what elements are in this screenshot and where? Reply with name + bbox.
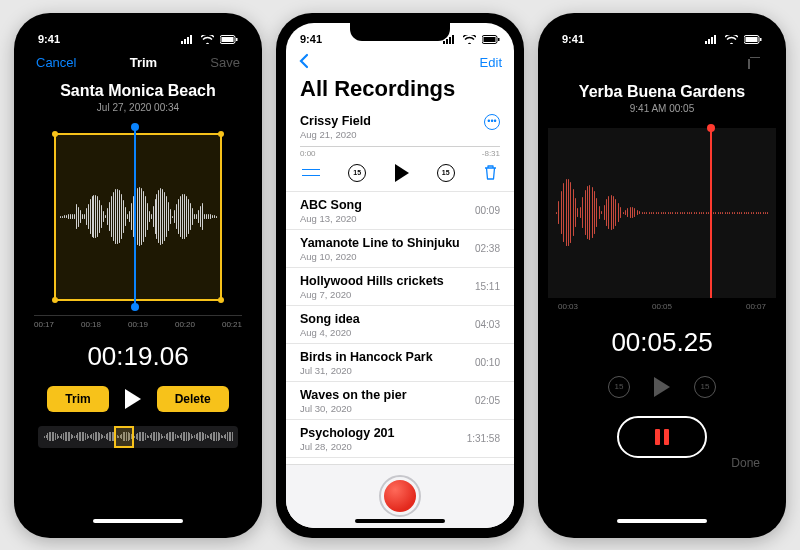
skip-back-button[interactable]: 15	[608, 376, 630, 398]
trash-button[interactable]	[483, 164, 498, 181]
play-button[interactable]	[125, 389, 141, 409]
recording-title: Yerba Buena Gardens	[548, 83, 776, 101]
recording-name: Song idea	[300, 312, 500, 326]
timeline-ticks: 00:1700:1800:1900:2000:21	[34, 315, 242, 329]
overview-waveform	[44, 429, 232, 445]
scrub-elapsed: 0:00	[300, 149, 316, 158]
svg-rect-1	[184, 39, 186, 44]
skip-forward-button[interactable]: 15	[694, 376, 716, 398]
crop-icon[interactable]	[746, 55, 762, 71]
nav-title: Trim	[130, 55, 157, 70]
svg-rect-20	[760, 38, 762, 41]
battery-icon	[220, 35, 238, 44]
trim-handle-br[interactable]	[218, 297, 224, 303]
overview-selection[interactable]	[114, 426, 134, 448]
recording-item[interactable]: Song ideaAug 4, 202004:03	[286, 306, 514, 344]
battery-icon	[482, 35, 500, 44]
status-time: 9:41	[38, 33, 60, 45]
recording-item[interactable]: Hollywood Hills cricketsAug 7, 202015:11	[286, 268, 514, 306]
trim-handle-bl[interactable]	[52, 297, 58, 303]
home-indicator[interactable]	[93, 519, 183, 523]
recording-item-expanded[interactable]: Crissy Field Aug 21, 2020 ••• 0:00 -8:31…	[286, 108, 514, 192]
phone-trim-screen: 9:41 Cancel Trim Save Santa Monica Beach…	[14, 13, 262, 538]
svg-rect-10	[452, 35, 454, 44]
svg-rect-15	[708, 39, 710, 44]
tick-label: 00:03	[558, 302, 578, 311]
tick-label: 00:20	[175, 320, 195, 329]
recording-duration: 02:05	[475, 395, 500, 406]
trim-handle-tr[interactable]	[218, 131, 224, 137]
status-time: 9:41	[300, 33, 322, 45]
recording-title: Santa Monica Beach	[24, 82, 252, 100]
trim-handle-tl[interactable]	[52, 131, 58, 137]
trim-button[interactable]: Trim	[47, 386, 108, 412]
wifi-icon	[201, 35, 214, 44]
recording-name: Waves on the pier	[300, 388, 500, 402]
recording-duration: 04:03	[475, 319, 500, 330]
delete-button[interactable]: Delete	[157, 386, 229, 412]
svg-rect-14	[705, 41, 707, 44]
back-button[interactable]	[298, 53, 310, 72]
timeline-ticks: 00:0300:0500:07	[548, 298, 776, 315]
pause-bar-icon	[664, 429, 669, 445]
recording-date: Aug 7, 2020	[300, 289, 500, 300]
svg-rect-16	[711, 37, 713, 44]
done-button[interactable]: Done	[731, 456, 760, 470]
svg-rect-19	[746, 37, 758, 42]
save-button[interactable]: Save	[210, 55, 240, 70]
tick-label: 00:21	[222, 320, 242, 329]
timecode: 00:19.06	[24, 341, 252, 372]
status-time: 9:41	[562, 33, 584, 45]
timecode: 00:05.25	[548, 327, 776, 358]
pause-button[interactable]	[617, 416, 707, 458]
recording-item[interactable]: Waves on the pierJul 30, 202002:05	[286, 382, 514, 420]
svg-rect-17	[714, 35, 716, 44]
recording-date: Jul 30, 2020	[300, 403, 500, 414]
overview-track[interactable]	[38, 426, 238, 448]
status-icons	[702, 33, 762, 45]
phone-list-screen: 9:41 Edit All Recordings Crissy Field Au…	[276, 13, 524, 538]
more-options-button[interactable]: •••	[484, 114, 500, 130]
home-indicator[interactable]	[617, 519, 707, 523]
waveform-editor[interactable]	[34, 127, 242, 307]
svg-rect-6	[236, 38, 238, 41]
record-head	[710, 128, 712, 298]
cancel-button[interactable]: Cancel	[36, 55, 76, 70]
recording-duration: 02:38	[475, 243, 500, 254]
recording-date: Aug 4, 2020	[300, 327, 500, 338]
play-button[interactable]	[395, 164, 409, 182]
edit-button[interactable]: Edit	[480, 55, 502, 70]
options-icon[interactable]	[302, 166, 320, 180]
tick-label: 00:19	[128, 320, 148, 329]
recording-item[interactable]: Psychology 201Jul 28, 20201:31:58	[286, 420, 514, 458]
waveform-bars	[60, 139, 216, 295]
recording-header: Santa Monica Beach Jul 27, 2020 00:34	[24, 82, 252, 113]
live-waveform	[548, 128, 776, 298]
play-button[interactable]	[654, 377, 670, 397]
record-button[interactable]	[379, 475, 421, 517]
recording-duration: 15:11	[475, 281, 500, 292]
skip-forward-button[interactable]: 15	[437, 164, 455, 182]
svg-rect-12	[484, 37, 496, 42]
recording-header: Yerba Buena Gardens 9:41 AM 00:05	[548, 83, 776, 114]
playhead[interactable]	[134, 127, 136, 307]
home-indicator[interactable]	[355, 519, 445, 523]
chevron-left-icon	[298, 53, 310, 69]
svg-rect-0	[181, 41, 183, 44]
phone-recording-screen: 9:41 Yerba Buena Gardens 9:41 AM 00:05 0…	[538, 13, 786, 538]
tick-label: 00:17	[34, 320, 54, 329]
scrubber[interactable]	[300, 146, 500, 147]
trash-icon	[483, 164, 498, 181]
skip-back-button[interactable]: 15	[348, 164, 366, 182]
recording-name: Crissy Field	[300, 114, 500, 128]
trim-navbar: Cancel Trim Save	[24, 51, 252, 74]
recording-subtitle: 9:41 AM 00:05	[548, 103, 776, 114]
scrub-remaining: -8:31	[482, 149, 500, 158]
recording-subtitle: Jul 27, 2020 00:34	[24, 102, 252, 113]
list-navbar: Edit	[286, 51, 514, 74]
waveform-bars	[556, 140, 768, 286]
recording-item[interactable]: Birds in Hancock ParkJul 31, 202000:10	[286, 344, 514, 382]
recording-item[interactable]: ABC SongAug 13, 202000:09	[286, 192, 514, 230]
recording-name: Hollywood Hills crickets	[300, 274, 500, 288]
recording-item[interactable]: Yamanote Line to ShinjukuAug 10, 202002:…	[286, 230, 514, 268]
